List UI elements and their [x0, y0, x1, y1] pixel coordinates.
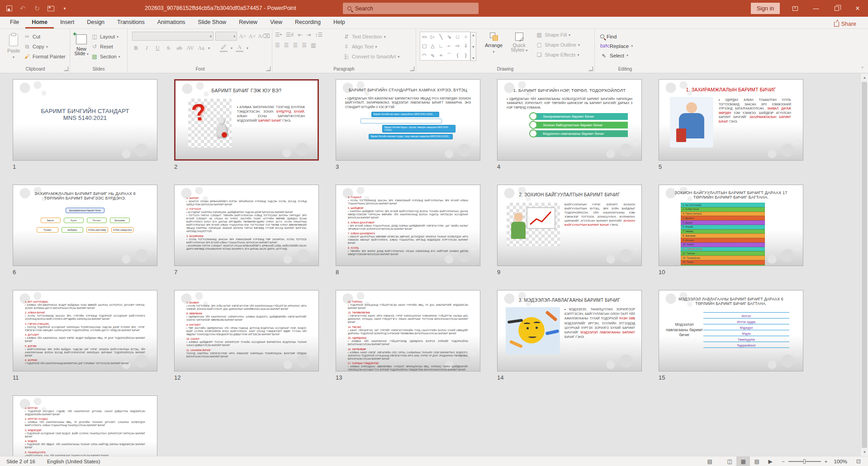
align-left-icon[interactable]: ☰ — [275, 42, 280, 48]
font-size-combo[interactable]: ▾ — [215, 32, 237, 41]
shape-fill-button[interactable]: ▨Shape Fill▾ — [536, 30, 580, 40]
minimize-icon[interactable]: — — [806, 0, 826, 17]
vertical-scrollbar[interactable]: ▲ ▼ — [860, 74, 868, 456]
font-color-button[interactable]: A — [236, 44, 243, 52]
start-slideshow-icon[interactable] — [47, 6, 54, 11]
font-name-combo[interactable]: ▾ — [132, 32, 213, 41]
slide-status[interactable]: Slide 2 of 16 — [6, 459, 35, 464]
shapes-gallery[interactable]: ▭▷╲⇘□○ ▢△∟⌐⇨⇩ ◠∿≈⌒{} ▲▼▼ — [420, 29, 470, 61]
italic-button[interactable]: I — [143, 45, 151, 52]
tab-insert[interactable]: Insert — [54, 17, 81, 29]
layout-button[interactable]: ◫Layout▾ — [91, 32, 120, 42]
fit-to-window-icon[interactable]: ⊡ — [852, 456, 865, 466]
tab-review[interactable]: Review — [232, 17, 264, 29]
increase-font-icon[interactable]: A˄ — [239, 33, 247, 40]
quick-styles-button[interactable]: Quick Styles ▾ — [511, 29, 527, 61]
text-direction-button[interactable]: ⇵Text Direction▾ — [343, 32, 399, 42]
collapse-ribbon-icon[interactable]: ⌃ — [861, 66, 864, 71]
bold-button[interactable]: B — [132, 45, 140, 52]
slideshow-view-button[interactable]: ▶ — [764, 456, 777, 466]
slide-thumbnail-4[interactable]: 1. БАРИМТ БИЧГИЙН НЭР, ТӨРӨЛ, ТОДОРХОЙЛО… — [497, 79, 642, 161]
cut-button[interactable]: ✂Cut — [24, 32, 66, 42]
slide-thumbnail-11[interactable]: 1. АКТ (НОТЛОМЖ)• АЛИВАА ҮЙЛ АЖИЛЛАГАА, … — [13, 290, 157, 371]
slide-thumbnail-13[interactable]: 12. ТАЙЛАН• ТОДОРХОЙ ХУГАЦААНД ГҮЙЦЭТГЭС… — [336, 290, 480, 371]
customize-qat-icon[interactable]: ▾ — [61, 6, 69, 11]
search-box[interactable]: Search — [343, 3, 479, 14]
tab-recording[interactable]: Recording — [289, 17, 327, 29]
copy-button[interactable]: ⧉Copy▾ — [24, 42, 66, 52]
slide-thumbnail-14[interactable]: 3. МЭДЭЭЛЭЛ-ЛАВЛАГААНЫ БАРИМТ БИЧИГ — [497, 290, 642, 371]
slide-thumbnail-12[interactable]: 7. ЗААВАР• ХУУЛЬ ТОГТООМЖ, ЭРХ ЗҮЙН АКТЫ… — [174, 290, 319, 371]
find-button[interactable]: Find — [600, 32, 650, 41]
increase-indent-icon[interactable]: ⇥ — [306, 32, 311, 38]
zoom-slider-thumb[interactable] — [803, 459, 806, 464]
tab-help[interactable]: Help — [327, 17, 351, 29]
font-dialog-launcher[interactable] — [266, 67, 270, 71]
normal-view-button[interactable]: ◫ — [723, 456, 736, 466]
change-case-button[interactable]: Aa — [197, 45, 205, 52]
replace-button[interactable]: b⇄cReplace▾ — [600, 41, 650, 51]
slide-thumbnail-16[interactable]: 1. ИЛТГЭЛ• ТОДОРХОЙ АСУУДАЛ, СЭДЭВ, ҮЙЛ … — [13, 395, 157, 456]
close-icon[interactable]: ✕ — [847, 0, 868, 17]
new-slide-button[interactable]: New Slide ▾ — [72, 31, 91, 62]
slide-thumbnail-10[interactable]: ЗОХИОН БАЙГУУЛАЛТЫН БАРИМТ БИЧИГТ ДАРААХ… — [659, 185, 803, 266]
align-center-icon[interactable]: ☰ — [284, 42, 289, 48]
align-text-button[interactable]: ⇳Align Text▾ — [343, 42, 399, 52]
shape-effects-button[interactable]: ❏Shape Effects▾ — [536, 50, 580, 60]
bullets-icon[interactable]: ☰• — [275, 32, 282, 38]
tab-home[interactable]: Home — [25, 17, 54, 29]
tab-view[interactable]: View — [264, 17, 289, 29]
tab-file[interactable]: File — [4, 17, 25, 29]
language-status[interactable]: English (United States) — [47, 459, 100, 464]
scroll-up-icon[interactable]: ▲ — [861, 74, 868, 81]
zoom-slider[interactable]: − + — [782, 459, 827, 464]
sign-in-button[interactable]: Sign in — [751, 3, 780, 14]
notes-button[interactable]: ▤ — [703, 456, 716, 466]
align-right-icon[interactable]: ☰ — [293, 42, 298, 48]
slide-sorter-view-button[interactable]: ▦ — [736, 456, 750, 466]
clipboard-dialog-launcher[interactable] — [64, 67, 68, 71]
select-button[interactable]: ⇖Select▾ — [600, 51, 650, 60]
tab-transitions[interactable]: Transitions — [111, 17, 151, 29]
character-spacing-button[interactable]: AV — [186, 45, 194, 52]
share-button[interactable]: Share — [830, 19, 860, 29]
slide-thumbnail-6[interactable]: ЗАХИРАМЖЛАЛЫН БАРИМТ БИЧИГ НЬ ДАРААХ 8 Т… — [13, 185, 157, 266]
slide-thumbnail-8[interactable]: 4. ТУШААЛ• ХУУЛЬ ТОГТООМЖИД ЗААСАН ЭРХ Х… — [336, 185, 480, 266]
highlight-color-button[interactable]: 🖉 — [220, 44, 228, 52]
gallery-scroll[interactable]: ▲▼▼ — [470, 32, 476, 61]
slide-thumbnail-5[interactable]: 1. ЗАХИРАМЖЛАЛЫН БАРИМТ БИЧИГ • УДИРДАХ … — [659, 79, 803, 161]
strikethrough-button[interactable]: S — [165, 45, 172, 52]
shape-glyph[interactable]: ▭ — [422, 34, 427, 40]
line-spacing-icon[interactable]: ↕☰ — [315, 32, 323, 38]
reset-button[interactable]: ↺Reset — [91, 42, 120, 52]
scroll-down-icon[interactable]: ▼ — [861, 448, 868, 456]
slide-thumbnail-9[interactable]: 2. ЗОХИОН БАЙГУУЛАЛТЫН БАРИМТ БИЧИГ БАЙГ… — [497, 185, 642, 266]
decrease-indent-icon[interactable]: ⇤ — [298, 32, 302, 38]
restore-icon[interactable] — [826, 0, 847, 17]
numbering-icon[interactable]: ☰# — [286, 32, 294, 38]
drawing-dialog-launcher[interactable] — [588, 67, 593, 71]
paragraph-dialog-launcher[interactable] — [410, 67, 414, 71]
tab-slideshow[interactable]: Slide Show — [192, 17, 233, 29]
zoom-out-icon[interactable]: − — [782, 459, 785, 464]
slide-thumbnail-2[interactable]: БАРИМТ БИЧИГ ГЭЖ ЮУ ВЭ? ? • АЛИВАА МАТЕР… — [174, 79, 319, 161]
slide-thumbnail-1[interactable]: БАРИМТ БИЧГИЙН СТАНДАРТ MNS 5140:2021 — [13, 79, 157, 161]
tab-animations[interactable]: Animations — [151, 17, 192, 29]
paste-button[interactable]: Paste▾ — [4, 31, 24, 62]
shape-outline-button[interactable]: ▢Shape Outline▾ — [536, 40, 580, 50]
tab-design[interactable]: Design — [81, 17, 111, 29]
format-painter-button[interactable]: 🖌Format Painter — [24, 52, 66, 62]
scrollbar-thumb[interactable] — [862, 82, 867, 448]
subscript-button[interactable]: ab — [175, 45, 183, 52]
ribbon-display-options-icon[interactable] — [785, 0, 806, 17]
convert-smartart-button[interactable]: ⬱Convert to SmartArt▾ — [343, 52, 399, 62]
underline-button[interactable]: U — [154, 45, 161, 52]
slide-thumbnail-3[interactable]: БАРИМТ БИЧГИЙН СТАНДАРТЫН ХАМРАХ ХҮРЭЭ, … — [336, 79, 480, 161]
zoom-level[interactable]: 100% — [834, 459, 847, 464]
decrease-font-icon[interactable]: A˅ — [248, 33, 256, 40]
zoom-in-icon[interactable]: + — [825, 459, 828, 464]
clear-formatting-icon[interactable]: A⌫ — [258, 33, 266, 40]
arrange-button[interactable]: Arrange▾ — [485, 29, 503, 61]
save-icon[interactable] — [6, 5, 12, 11]
undo-icon[interactable]: ↶ — [19, 5, 27, 13]
